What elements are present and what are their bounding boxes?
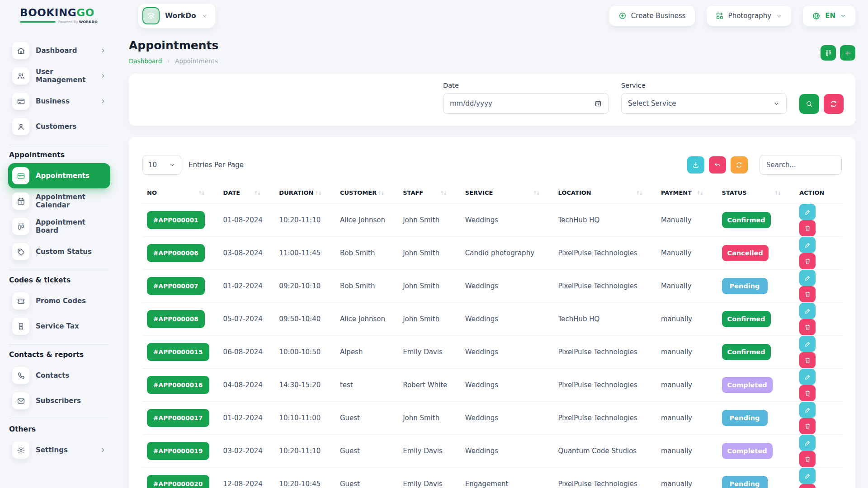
export-button[interactable]: [687, 156, 704, 174]
phone-icon: [12, 367, 29, 384]
appointment-id-badge[interactable]: #APP0000016: [147, 376, 209, 394]
business-switcher[interactable]: Photography: [707, 6, 792, 26]
sidebar-item-label: Appointment Board: [36, 218, 106, 235]
delete-button[interactable]: [799, 484, 816, 488]
cell-service: Weddings: [461, 204, 554, 237]
delete-button[interactable]: [799, 286, 816, 302]
delete-button[interactable]: [799, 220, 816, 236]
cell-duration: 09:20-10:10: [274, 270, 335, 303]
service-select[interactable]: Select Service: [621, 93, 787, 114]
sidebar-item-business[interactable]: Business: [8, 89, 110, 114]
cell-payment: manually: [656, 336, 717, 369]
delete-button[interactable]: [799, 385, 816, 401]
user-icon: [12, 118, 29, 135]
edit-button[interactable]: [799, 270, 816, 286]
column-header-location: LOCATION↑↓: [554, 184, 656, 204]
cell-staff: Emily Davis: [398, 336, 461, 369]
sort-icon[interactable]: ↑↓: [636, 190, 642, 196]
workspace-selector[interactable]: WorkDo: [138, 4, 215, 28]
delete-button[interactable]: [799, 451, 816, 467]
sidebar-item-service-tax[interactable]: Service Tax: [8, 314, 110, 339]
table-tools: [687, 155, 842, 175]
appointment-id-badge[interactable]: #APP0000019: [147, 442, 209, 460]
date-input-text[interactable]: [450, 99, 591, 108]
powered-by: Powered By WORKDO: [58, 20, 98, 24]
sidebar-item-user-management[interactable]: User Management: [8, 63, 110, 89]
sidebar-item-label: Contacts: [36, 371, 106, 380]
filter-search-button[interactable]: [799, 94, 819, 114]
sidebar-item-subscribers[interactable]: Subscribers: [8, 388, 110, 413]
cell-staff: John Smith: [398, 237, 461, 270]
back-button[interactable]: [709, 156, 726, 174]
edit-button[interactable]: [799, 204, 816, 220]
sidebar-item-contacts[interactable]: Contacts: [8, 363, 110, 388]
cell-date: 01-08-2024: [219, 204, 275, 237]
sidebar-item-customers[interactable]: Customers: [8, 114, 110, 139]
table-row: #APP000002012-08-202410:20-10:45GuestEmi…: [142, 468, 842, 488]
edit-button[interactable]: [799, 336, 816, 352]
appointment-board-button[interactable]: [821, 45, 836, 61]
business-switcher-label: Photography: [728, 12, 772, 20]
delete-button[interactable]: [799, 418, 816, 434]
date-input[interactable]: [443, 93, 609, 114]
sidebar-item-label: Appointment Calendar: [36, 193, 106, 209]
cell-service: Weddings: [461, 369, 554, 402]
workspace-label: WorkDo: [165, 12, 196, 20]
sort-icon[interactable]: ↑↓: [315, 190, 321, 196]
edit-button[interactable]: [799, 237, 816, 253]
edit-button[interactable]: [799, 435, 816, 451]
edit-button[interactable]: [799, 468, 816, 484]
appointment-id-badge[interactable]: #APP0000020: [147, 475, 209, 488]
sidebar-item-appointments[interactable]: Appointments: [8, 163, 110, 188]
breadcrumb-dashboard[interactable]: Dashboard: [129, 57, 162, 65]
cell-duration: 11:00-11:45: [274, 237, 335, 270]
sort-icon[interactable]: ↑↓: [697, 190, 703, 196]
appointment-id-badge[interactable]: #APP000001: [147, 211, 205, 229]
table-search-input[interactable]: [766, 161, 835, 169]
entries-per-page-label: Entries Per Page: [189, 161, 244, 169]
entries-per-page-select[interactable]: 10: [142, 155, 181, 175]
appointment-id-badge[interactable]: #APP000008: [147, 310, 205, 328]
appointment-id-badge[interactable]: #APP0000017: [147, 409, 209, 427]
sort-icon[interactable]: ↑↓: [378, 190, 384, 196]
status-badge: Confirmed: [722, 311, 771, 327]
edit-button[interactable]: [799, 303, 816, 319]
sidebar-item-settings[interactable]: Settings: [8, 437, 110, 463]
table-search[interactable]: [760, 155, 842, 175]
edit-button[interactable]: [799, 402, 816, 418]
cell-customer: Guest: [335, 435, 398, 468]
sidebar-item-custom-status[interactable]: Custom Status: [8, 239, 110, 264]
add-appointment-button[interactable]: [840, 45, 855, 61]
appointment-id-badge[interactable]: #APP0000015: [147, 343, 209, 361]
cell-staff: Robert White: [398, 369, 461, 402]
sort-icon[interactable]: ↑↓: [440, 190, 446, 196]
sort-icon[interactable]: ↑↓: [774, 190, 781, 196]
cell-location: PixelPulse Technologies: [554, 402, 656, 435]
sidebar-item-appointment-board[interactable]: Appointment Board: [8, 214, 110, 239]
appointment-id-badge[interactable]: #APP000006: [147, 244, 205, 262]
sidebar-item-promo-codes[interactable]: Promo Codes: [8, 288, 110, 314]
create-business-button[interactable]: Create Business: [609, 6, 695, 26]
cell-payment: manually: [656, 468, 717, 488]
cell-payment: Manually: [656, 204, 717, 237]
delete-button[interactable]: [799, 319, 816, 335]
pencil-icon: [804, 374, 811, 380]
delete-button[interactable]: [799, 253, 816, 269]
card-icon: [12, 93, 29, 110]
sidebar-item-dashboard[interactable]: Dashboard: [8, 38, 110, 63]
sidebar-item-label: Service Tax: [36, 322, 106, 330]
sort-icon[interactable]: ↑↓: [198, 190, 204, 196]
delete-button[interactable]: [799, 352, 816, 368]
logo-text: BOOKINGGO: [20, 8, 98, 18]
cell-duration: 10:10-11:00: [274, 402, 335, 435]
sidebar-item-appointment-calendar[interactable]: Appointment Calendar: [8, 188, 110, 214]
users-icon: [12, 67, 29, 84]
appointment-id-badge[interactable]: #APP000007: [147, 277, 205, 295]
edit-button[interactable]: [799, 369, 816, 385]
cell-actions: [795, 468, 842, 488]
sort-icon[interactable]: ↑↓: [533, 190, 539, 196]
refresh-button[interactable]: [731, 156, 748, 174]
language-selector[interactable]: EN: [803, 6, 855, 26]
sort-icon[interactable]: ↑↓: [254, 190, 260, 196]
filter-reset-button[interactable]: [824, 94, 844, 114]
